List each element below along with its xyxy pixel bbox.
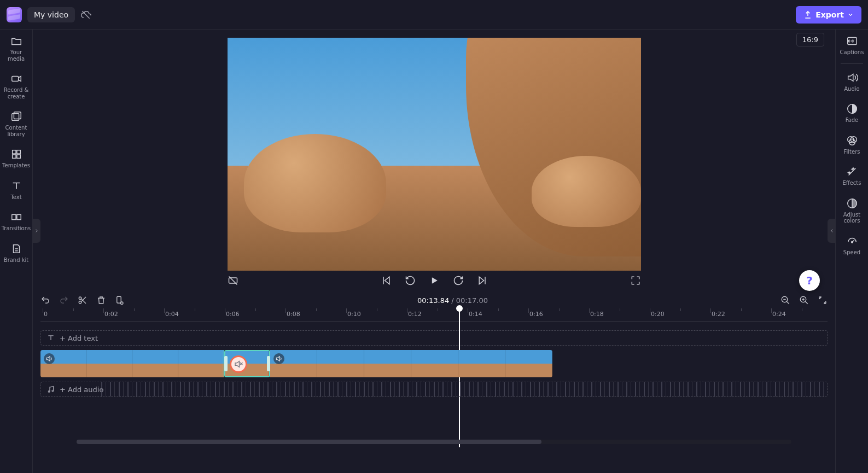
chevron-down-icon xyxy=(847,11,854,18)
timecode-display: 00:13.84 / 00:17.00 xyxy=(133,296,772,305)
effects-icon xyxy=(846,166,858,178)
skip-forward-icon[interactable] xyxy=(477,275,488,286)
sidebar-item-text[interactable]: Text xyxy=(0,174,32,206)
sidebar-item-captions[interactable]: Captions xyxy=(836,30,868,61)
clip-speaker-icon[interactable] xyxy=(273,353,284,364)
hide-overlay-icon[interactable] xyxy=(228,275,238,286)
clip-speaker-icon[interactable] xyxy=(44,353,55,364)
transitions-icon xyxy=(10,211,22,223)
sidebar-item-record-create[interactable]: Record & create xyxy=(0,67,32,105)
text-track[interactable]: + Add text xyxy=(40,330,828,346)
top-header: My video Export xyxy=(0,0,868,30)
colors-icon xyxy=(846,197,858,209)
sidebar-item-transitions[interactable]: Transitions xyxy=(0,206,32,237)
ruler-mark: 0:14 xyxy=(469,311,482,318)
clip-handle-left[interactable] xyxy=(224,356,228,371)
step-back-icon[interactable] xyxy=(405,275,416,286)
audio-icon xyxy=(846,72,858,84)
ruler-mark: 0:10 xyxy=(347,311,361,318)
svg-rect-7 xyxy=(16,155,20,158)
timeline-ruler[interactable]: 00:020:040:060:080:100:120:140:160:180:2… xyxy=(40,308,828,322)
aspect-ratio-button[interactable]: 16:9 xyxy=(796,33,824,46)
fullscreen-icon[interactable] xyxy=(630,275,641,286)
sidebar-item-label: Record & create xyxy=(1,87,31,100)
sidebar-item-your-media[interactable]: Your media xyxy=(0,30,32,67)
video-preview[interactable] xyxy=(228,38,641,271)
sidebar-item-speed[interactable]: Speed xyxy=(836,230,868,261)
main-area: 16:9 ? xyxy=(33,30,835,473)
speed-icon xyxy=(846,235,858,247)
export-label: Export xyxy=(815,10,844,19)
trash-icon[interactable] xyxy=(96,295,106,305)
video-track[interactable] xyxy=(40,350,552,377)
app-logo[interactable] xyxy=(7,7,22,22)
sidebar-item-label: Speed xyxy=(843,249,860,256)
undo-icon[interactable] xyxy=(40,295,50,305)
step-forward-icon[interactable] xyxy=(453,275,464,286)
timeline-scrollbar[interactable] xyxy=(77,440,791,444)
clip-mute-button-highlighted[interactable] xyxy=(230,355,247,373)
export-button[interactable]: Export xyxy=(796,6,861,24)
fit-timeline-icon[interactable] xyxy=(818,295,828,305)
audio-waveform xyxy=(101,382,827,396)
svg-rect-9 xyxy=(16,214,20,219)
scrollbar-thumb[interactable] xyxy=(77,440,541,444)
zoom-in-icon[interactable] xyxy=(799,295,809,305)
play-button[interactable] xyxy=(429,275,440,286)
expand-right-panel[interactable] xyxy=(828,219,835,243)
svg-rect-5 xyxy=(16,150,20,154)
sidebar-item-brand-kit[interactable]: Brand kit xyxy=(0,237,32,269)
playhead[interactable] xyxy=(459,308,460,447)
sidebar-item-label: Filters xyxy=(844,149,860,155)
ruler-mark: 0:16 xyxy=(529,311,543,318)
sidebar-item-label: Effects xyxy=(843,180,861,186)
svg-rect-4 xyxy=(12,150,15,154)
video-clip-1[interactable] xyxy=(40,350,224,377)
video-clip-2-selected[interactable] xyxy=(224,350,270,377)
sidebar-item-templates[interactable]: Templates xyxy=(0,143,32,174)
text-track-placeholder: + Add text xyxy=(60,334,98,342)
help-fab[interactable]: ? xyxy=(799,270,820,291)
fade-icon xyxy=(846,103,858,115)
ruler-mark: 0:06 xyxy=(226,311,240,318)
svg-line-21 xyxy=(787,301,789,304)
zoom-out-icon[interactable] xyxy=(780,295,790,305)
current-time: 00:13.84 xyxy=(417,296,449,305)
templates-icon xyxy=(10,148,22,160)
captions-icon xyxy=(846,35,858,47)
svg-line-24 xyxy=(805,301,808,304)
ruler-mark: 0:08 xyxy=(287,311,300,318)
svg-rect-18 xyxy=(117,296,121,303)
skip-back-icon[interactable] xyxy=(381,275,392,286)
audio-track-placeholder: + Add audio xyxy=(60,386,103,394)
library-icon xyxy=(10,110,22,122)
sidebar-item-adjust-colors[interactable]: Adjust colors xyxy=(836,192,868,230)
text-icon xyxy=(10,180,22,192)
svg-rect-8 xyxy=(11,214,15,219)
svg-point-29 xyxy=(48,391,50,393)
redo-icon[interactable] xyxy=(59,295,69,305)
left-sidebar: Your media Record & create Content libra… xyxy=(0,30,33,473)
sidebar-item-filters[interactable]: Filters xyxy=(836,129,868,161)
svg-rect-2 xyxy=(11,114,19,121)
audio-track[interactable]: + Add audio xyxy=(40,382,828,397)
ruler-mark: 0:04 xyxy=(165,311,179,318)
sidebar-item-content-library[interactable]: Content library xyxy=(0,105,32,143)
timeline-tracks: + Add text xyxy=(33,322,835,447)
sidebar-item-audio[interactable]: Audio xyxy=(836,66,868,98)
svg-point-30 xyxy=(52,390,54,392)
expand-left-panel[interactable] xyxy=(33,219,40,243)
filters-icon xyxy=(846,135,858,147)
video-clip-3[interactable] xyxy=(270,350,552,377)
sidebar-item-effects[interactable]: Effects xyxy=(836,160,868,192)
ruler-mark: 0:12 xyxy=(408,311,422,318)
split-clip-icon[interactable] xyxy=(115,295,125,305)
sidebar-item-label: Templates xyxy=(2,162,30,169)
project-title-chip[interactable]: My video xyxy=(27,7,75,22)
ruler-mark: 0:24 xyxy=(772,311,786,318)
sidebar-item-fade[interactable]: Fade xyxy=(836,97,868,129)
cloud-sync-off-icon[interactable] xyxy=(80,9,91,20)
export-icon xyxy=(803,10,812,19)
sidebar-item-label: Brand kit xyxy=(4,257,28,264)
scissors-icon[interactable] xyxy=(78,295,88,305)
